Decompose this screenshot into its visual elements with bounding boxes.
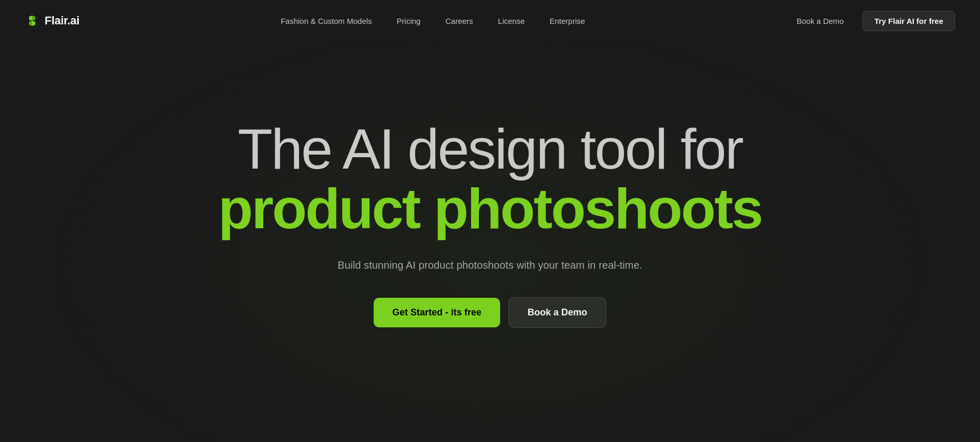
logo-icon	[25, 13, 39, 28]
nav-link-fashion[interactable]: Fashion & Custom Models	[281, 17, 372, 25]
hero-cta-group: Get Started - its free Book a Demo	[374, 297, 606, 328]
logo-text: Flair.ai	[45, 14, 79, 27]
nav-link-pricing[interactable]: Pricing	[397, 17, 421, 25]
hero-subtitle: Build stunning AI product photoshoots wi…	[337, 259, 642, 271]
nav-link-license[interactable]: License	[498, 17, 525, 25]
hero-title-line1: The AI design tool for	[238, 119, 743, 179]
nav-link-careers[interactable]: Careers	[445, 17, 473, 25]
nav-link-enterprise[interactable]: Enterprise	[550, 17, 585, 25]
nav-book-demo-button[interactable]: Book a Demo	[786, 11, 854, 31]
hero-title-line2: product photoshoots	[218, 178, 762, 239]
nav-actions: Book a Demo Try Flair AI for free	[786, 11, 955, 31]
nav-links: Fashion & Custom Models Pricing Careers …	[281, 17, 585, 25]
get-started-button[interactable]: Get Started - its free	[374, 298, 500, 327]
navbar: Flair.ai Fashion & Custom Models Pricing…	[0, 0, 980, 42]
hero-section: The AI design tool for product photoshoo…	[0, 42, 980, 394]
nav-logo-group: Flair.ai	[25, 13, 79, 28]
nav-try-free-button[interactable]: Try Flair AI for free	[862, 11, 955, 31]
book-demo-button[interactable]: Book a Demo	[508, 297, 606, 328]
